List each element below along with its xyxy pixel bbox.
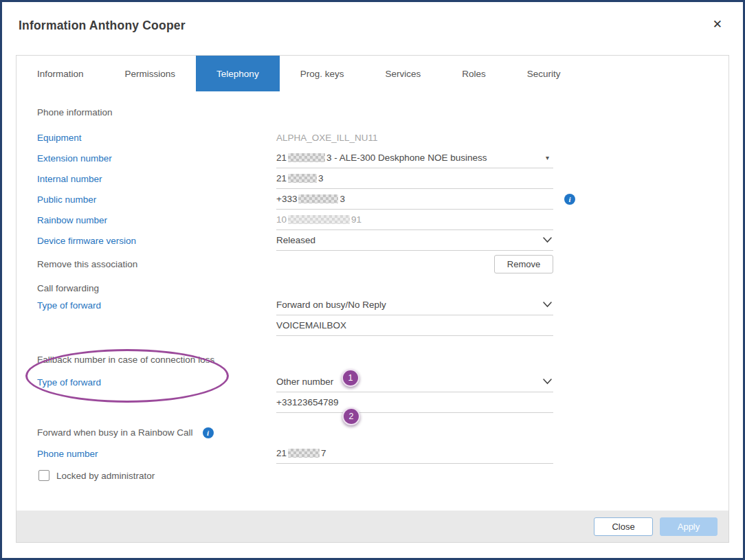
redacted-text (298, 194, 338, 203)
redacted-text (288, 215, 350, 224)
field-row-forward-target: VOICEMAILBOX (37, 315, 708, 336)
chevron-down-icon[interactable] (543, 237, 552, 243)
section-phone-information: Phone information (37, 107, 708, 119)
locked-by-administrator-label: Locked by administrator (56, 471, 155, 481)
internal-number-suffix: 3 (318, 173, 324, 183)
redacted-text (288, 153, 325, 162)
remove-button[interactable]: Remove (494, 255, 553, 273)
locked-by-administrator-row: Locked by administrator (37, 468, 708, 483)
section-fallback: Fallback number in case of connection lo… (37, 354, 708, 366)
field-row-type-of-forward: Type of forward Forward on busy/No Reply (37, 295, 708, 315)
equipment-value: ALPHA_OXE_ILL_NU11 (276, 127, 553, 148)
tab-security[interactable]: Security (507, 56, 581, 91)
redacted-text (288, 174, 317, 183)
redacted-text (288, 449, 320, 458)
rainbow-phone-number-label: Phone number (37, 449, 276, 459)
chevron-down-icon[interactable] (543, 302, 552, 308)
internal-number-label: Internal number (37, 174, 276, 184)
field-row-internal-number: Internal number 213 (37, 168, 708, 189)
rainbow-number-value: 1091 (276, 210, 553, 230)
fallback-number-input[interactable]: +33123654789 (276, 392, 553, 413)
dropdown-arrow-icon[interactable]: ▾ (546, 154, 549, 161)
dialog-footer: Close Apply (16, 511, 729, 542)
info-icon[interactable] (203, 427, 214, 438)
tab-information[interactable]: Information (16, 56, 104, 91)
remove-association-cell: Remove (276, 254, 553, 274)
rainbow-number-prefix: 10 (276, 214, 287, 225)
public-number-suffix: 3 (340, 194, 345, 204)
rainbow-phone-number-input[interactable]: 217 (276, 443, 553, 464)
dialog-body: Information Permissions Telephony Prog. … (16, 55, 729, 543)
field-row-rainbow-number: Rainbow number 1091 (37, 210, 708, 230)
screenshot-root: { "dialog": { "title": "Information Anth… (0, 0, 745, 560)
internal-number-prefix: 21 (276, 173, 287, 183)
rainbow-phone-prefix: 21 (276, 448, 287, 458)
type-of-forward-value: Forward on busy/No Reply (276, 300, 386, 310)
field-row-fallback-type-of-forward: Type of forward Other number (37, 372, 708, 392)
apply-button[interactable]: Apply (660, 517, 718, 536)
tab-roles[interactable]: Roles (441, 56, 507, 91)
fallback-type-of-forward-label: Type of forward (37, 377, 276, 388)
tab-permissions[interactable]: Permissions (104, 56, 197, 91)
field-row-device-firmware: Device firmware version Released (37, 230, 708, 251)
info-icon[interactable] (564, 194, 575, 205)
rainbow-busy-forward-title: Forward when busy in a Rainbow Call (37, 427, 193, 439)
public-number-label: Public number (37, 194, 276, 205)
dialog-header: Information Anthony Cooper ✕ (2, 2, 743, 55)
field-row-equipment: Equipment ALPHA_OXE_ILL_NU11 (37, 127, 708, 148)
extension-number-select[interactable]: 213 - ALE-300 Deskphone NOE business ▾ (276, 148, 553, 168)
field-row-fallback-number: +33123654789 (37, 392, 708, 413)
field-row-public-number: Public number +3333 (37, 189, 708, 210)
rainbow-phone-suffix: 7 (321, 448, 326, 458)
remove-association-label: Remove this association (37, 259, 276, 269)
device-firmware-select[interactable]: Released (276, 230, 553, 251)
field-row-rainbow-phone-number: Phone number 217 (37, 443, 708, 464)
forward-target-input[interactable]: VOICEMAILBOX (276, 315, 553, 336)
extension-number-prefix: 21 (276, 153, 287, 163)
close-icon[interactable]: ✕ (713, 19, 722, 30)
fallback-section: 1 2 Fallback number in case of connectio… (37, 354, 708, 413)
chevron-down-icon[interactable] (543, 379, 552, 385)
close-button[interactable]: Close (594, 517, 653, 536)
extension-number-label: Extension number (37, 153, 276, 164)
public-number-prefix: +333 (276, 194, 297, 204)
rainbow-number-suffix: 91 (351, 214, 362, 225)
rainbow-number-label: Rainbow number (37, 215, 276, 225)
section-rainbow-busy-forward: Forward when busy in a Rainbow Call (37, 427, 708, 439)
device-firmware-value: Released (276, 235, 315, 245)
equipment-label: Equipment (37, 133, 276, 143)
extension-number-suffix: 3 - ALE-300 Deskphone NOE business (326, 153, 487, 163)
device-firmware-label: Device firmware version (37, 236, 276, 246)
tab-telephony[interactable]: Telephony (196, 56, 280, 91)
fallback-type-of-forward-select[interactable]: Other number (276, 372, 553, 392)
tab-services[interactable]: Services (364, 56, 441, 91)
telephony-tab-content: Phone information Equipment ALPHA_OXE_IL… (16, 91, 729, 511)
internal-number-input[interactable]: 213 (276, 168, 553, 189)
field-row-extension-number: Extension number 213 - ALE-300 Deskphone… (37, 148, 708, 168)
section-call-forwarding: Call forwarding (37, 282, 708, 295)
tab-bar: Information Permissions Telephony Prog. … (16, 56, 729, 91)
dialog-title: Information Anthony Cooper (19, 19, 725, 33)
forward-target-value: VOICEMAILBOX (276, 320, 346, 331)
public-number-input[interactable]: +3333 (276, 189, 553, 210)
type-of-forward-label: Type of forward (37, 300, 276, 311)
field-row-remove-association: Remove this association Remove (37, 254, 708, 274)
type-of-forward-select[interactable]: Forward on busy/No Reply (276, 295, 553, 315)
tab-prog-keys[interactable]: Prog. keys (280, 56, 365, 91)
fallback-number-value: +33123654789 (276, 397, 338, 407)
fallback-type-of-forward-value: Other number (276, 377, 333, 387)
locked-by-administrator-checkbox[interactable] (38, 470, 49, 481)
